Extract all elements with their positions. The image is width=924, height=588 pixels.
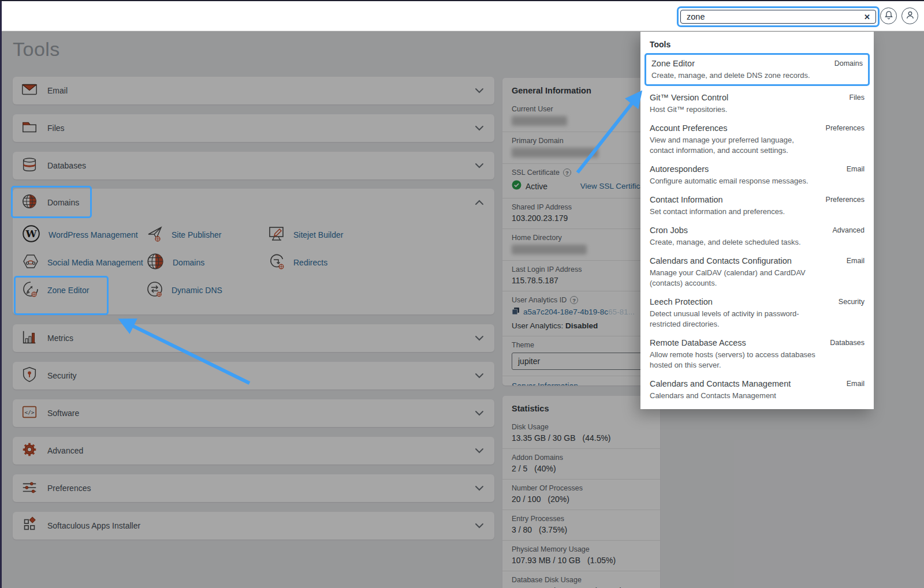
search-input[interactable] bbox=[681, 10, 875, 23]
result-zone-editor[interactable]: Zone EditorDomains Create, manage, and d… bbox=[644, 53, 870, 86]
user-icon bbox=[906, 10, 915, 22]
result-title: Calendars and Contacts Configuration bbox=[650, 256, 792, 267]
result-title: Contact Information bbox=[650, 194, 723, 205]
result-title: Account Preferences bbox=[650, 123, 728, 134]
result-title: Cron Jobs bbox=[650, 225, 688, 236]
result-remote-database-access[interactable]: Remote Database AccessDatabases Allow re… bbox=[650, 338, 865, 370]
search-results-dropdown: Tools Zone EditorDomains Create, manage,… bbox=[640, 32, 874, 409]
result-category: Security bbox=[839, 297, 865, 307]
result-category: Email bbox=[847, 256, 865, 266]
result-title: Zone Editor bbox=[651, 58, 695, 69]
result-description: Create, manage, and delete DNS zone reco… bbox=[651, 70, 863, 81]
notifications-button[interactable] bbox=[880, 8, 897, 24]
result-description: Host Git™ repositories. bbox=[650, 104, 865, 115]
results-group-title: Tools bbox=[650, 40, 865, 49]
result-category: Preferences bbox=[826, 123, 865, 133]
result-description: Configure automatic email response messa… bbox=[650, 176, 865, 186]
result-description: Detect unusual levels of activity in pas… bbox=[650, 309, 865, 329]
bell-icon bbox=[884, 10, 893, 22]
result-category: Domains bbox=[834, 58, 863, 69]
result-category: Email bbox=[847, 164, 865, 174]
result-title: Calendars and Contacts Management bbox=[650, 379, 791, 389]
result-contact-information[interactable]: Contact InformationPreferences Set conta… bbox=[650, 194, 865, 217]
result-cron-jobs[interactable]: Cron JobsAdvanced Create, manage, and de… bbox=[650, 225, 865, 248]
result-description: View and manage your preferred language,… bbox=[650, 135, 865, 156]
clear-search-icon[interactable]: ✕ bbox=[864, 13, 870, 21]
header-search: ✕ bbox=[677, 6, 880, 27]
result-calendars-contacts-management[interactable]: Calendars and Contacts ManagementEmail C… bbox=[650, 379, 865, 401]
result-category: Databases bbox=[830, 338, 865, 348]
result-description: Create, manage, and delete scheduled tas… bbox=[650, 237, 865, 248]
result-calendars-contacts-configuration[interactable]: Calendars and Contacts ConfigurationEmai… bbox=[650, 256, 865, 289]
result-title: Autoresponders bbox=[650, 164, 709, 175]
result-category: Preferences bbox=[826, 194, 865, 205]
result-git-version-control[interactable]: Git™ Version ControlFiles Host Git™ repo… bbox=[650, 92, 865, 115]
result-title: Remote Database Access bbox=[650, 338, 746, 349]
result-autoresponders[interactable]: AutorespondersEmail Configure automatic … bbox=[650, 164, 865, 186]
result-title: Leech Protection bbox=[650, 297, 713, 308]
window-left-border bbox=[0, 1, 2, 588]
result-leech-protection[interactable]: Leech ProtectionSecurity Detect unusual … bbox=[650, 297, 865, 329]
result-description: Calendars and Contacts Management bbox=[650, 391, 865, 401]
result-category: Files bbox=[850, 92, 865, 103]
result-description: Allow remote hosts (servers) to access d… bbox=[650, 350, 865, 370]
top-header: ✕ bbox=[0, 0, 924, 31]
result-category: Advanced bbox=[832, 225, 865, 235]
window-top-border bbox=[0, 0, 924, 1]
cpanel-tools-page: Tools Email Files Databases Domains bbox=[0, 0, 924, 588]
result-description: Set contact information and preferences. bbox=[650, 207, 865, 217]
result-account-preferences[interactable]: Account PreferencesPreferences View and … bbox=[650, 123, 865, 156]
result-category: Email bbox=[847, 379, 865, 389]
result-description: Manage your CalDAV (calendar) and CardDA… bbox=[650, 268, 865, 289]
result-title: Git™ Version Control bbox=[650, 92, 728, 103]
user-account-button[interactable] bbox=[901, 8, 918, 24]
